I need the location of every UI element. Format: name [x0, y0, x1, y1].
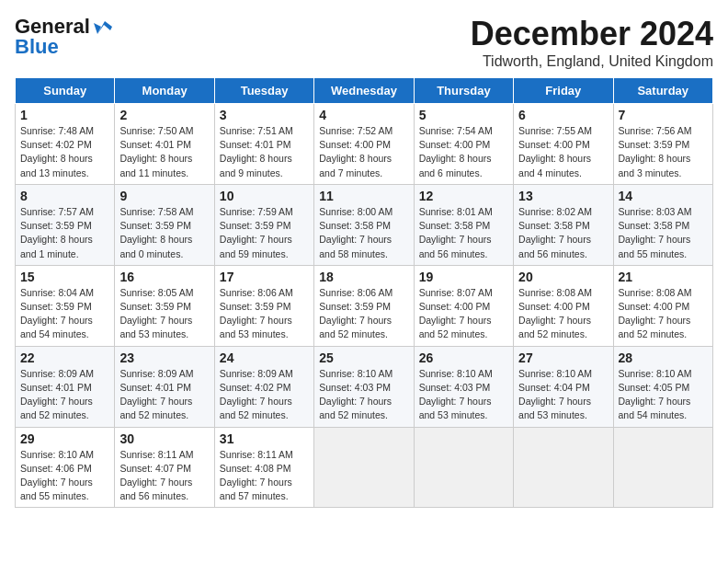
calendar-cell: 21Sunrise: 8:08 AMSunset: 4:00 PMDayligh… — [613, 265, 712, 346]
day-number: 29 — [20, 431, 109, 446]
day-info: Sunrise: 7:50 AMSunset: 4:01 PMDaylight:… — [119, 124, 209, 180]
day-number: 23 — [119, 350, 209, 365]
calendar-cell: 3Sunrise: 7:51 AMSunset: 4:01 PMDaylight… — [214, 104, 313, 185]
header-saturday: Saturday — [613, 78, 712, 104]
title-block: December 2024 Tidworth, England, United … — [471, 15, 713, 70]
day-number: 3 — [220, 108, 309, 122]
calendar-cell: 1Sunrise: 7:48 AMSunset: 4:02 PMDaylight… — [16, 104, 115, 185]
day-number: 4 — [319, 108, 408, 122]
day-number: 1 — [20, 108, 109, 122]
calendar-cell: 8Sunrise: 7:57 AMSunset: 3:59 PMDaylight… — [16, 184, 115, 265]
calendar-cell: 30Sunrise: 8:11 AMSunset: 4:07 PMDayligh… — [115, 427, 214, 508]
calendar-cell: 14Sunrise: 8:03 AMSunset: 3:58 PMDayligh… — [613, 184, 712, 265]
calendar-cell: 23Sunrise: 8:09 AMSunset: 4:01 PMDayligh… — [115, 346, 214, 427]
page-title: December 2024 — [471, 15, 713, 53]
calendar-cell: 25Sunrise: 8:10 AMSunset: 4:03 PMDayligh… — [314, 346, 414, 427]
calendar-week-3: 15Sunrise: 8:04 AMSunset: 3:59 PMDayligh… — [16, 265, 713, 346]
logo-bird-icon — [92, 17, 116, 36]
calendar-cell — [314, 427, 414, 508]
header-tuesday: Tuesday — [214, 78, 313, 104]
calendar-cell: 22Sunrise: 8:09 AMSunset: 4:01 PMDayligh… — [16, 346, 115, 427]
header-thursday: Thursday — [414, 78, 513, 104]
header-friday: Friday — [514, 78, 613, 104]
day-number: 27 — [518, 350, 608, 365]
day-number: 6 — [518, 108, 608, 122]
day-number: 31 — [220, 431, 309, 446]
day-number: 12 — [419, 189, 508, 203]
day-number: 21 — [619, 270, 708, 284]
day-info: Sunrise: 7:57 AMSunset: 3:59 PMDaylight:… — [20, 205, 109, 261]
day-number: 24 — [220, 350, 309, 365]
calendar-cell: 16Sunrise: 8:05 AMSunset: 3:59 PMDayligh… — [115, 265, 214, 346]
day-number: 20 — [518, 270, 608, 284]
page-header: General Blue December 2024 Tidworth, Eng… — [15, 15, 713, 70]
calendar-header-row: SundayMondayTuesdayWednesdayThursdayFrid… — [16, 78, 713, 104]
day-info: Sunrise: 8:11 AMSunset: 4:08 PMDaylight:… — [220, 448, 309, 504]
day-info: Sunrise: 8:08 AMSunset: 4:00 PMDaylight:… — [619, 286, 708, 342]
day-info: Sunrise: 8:06 AMSunset: 3:59 PMDaylight:… — [220, 286, 309, 342]
day-number: 17 — [220, 270, 309, 284]
day-info: Sunrise: 8:04 AMSunset: 3:59 PMDaylight:… — [20, 286, 109, 342]
day-number: 14 — [619, 189, 708, 203]
day-info: Sunrise: 8:10 AMSunset: 4:06 PMDaylight:… — [20, 448, 109, 504]
day-number: 22 — [20, 350, 109, 365]
calendar-cell: 29Sunrise: 8:10 AMSunset: 4:06 PMDayligh… — [16, 427, 115, 508]
calendar-cell: 24Sunrise: 8:09 AMSunset: 4:02 PMDayligh… — [214, 346, 313, 427]
day-info: Sunrise: 7:59 AMSunset: 3:59 PMDaylight:… — [220, 205, 309, 261]
calendar-week-4: 22Sunrise: 8:09 AMSunset: 4:01 PMDayligh… — [16, 346, 713, 427]
day-info: Sunrise: 8:00 AMSunset: 3:58 PMDaylight:… — [319, 205, 408, 261]
calendar-cell: 13Sunrise: 8:02 AMSunset: 3:58 PMDayligh… — [514, 184, 613, 265]
calendar-cell — [414, 427, 513, 508]
page-subtitle: Tidworth, England, United Kingdom — [471, 53, 713, 70]
day-number: 16 — [119, 270, 209, 284]
day-info: Sunrise: 8:09 AMSunset: 4:01 PMDaylight:… — [20, 367, 109, 423]
day-info: Sunrise: 8:09 AMSunset: 4:02 PMDaylight:… — [220, 367, 309, 423]
day-info: Sunrise: 7:52 AMSunset: 4:00 PMDaylight:… — [319, 124, 408, 180]
calendar-week-2: 8Sunrise: 7:57 AMSunset: 3:59 PMDaylight… — [16, 184, 713, 265]
day-info: Sunrise: 8:06 AMSunset: 3:59 PMDaylight:… — [319, 286, 408, 342]
day-number: 15 — [20, 270, 109, 284]
day-info: Sunrise: 8:10 AMSunset: 4:04 PMDaylight:… — [518, 367, 608, 423]
calendar-cell: 9Sunrise: 7:58 AMSunset: 3:59 PMDaylight… — [115, 184, 214, 265]
calendar-cell: 6Sunrise: 7:55 AMSunset: 4:00 PMDaylight… — [514, 104, 613, 185]
day-info: Sunrise: 7:55 AMSunset: 4:00 PMDaylight:… — [518, 124, 608, 180]
day-info: Sunrise: 7:51 AMSunset: 4:01 PMDaylight:… — [220, 124, 309, 180]
day-number: 9 — [119, 189, 209, 203]
calendar-cell: 4Sunrise: 7:52 AMSunset: 4:00 PMDaylight… — [314, 104, 414, 185]
day-number: 5 — [419, 108, 508, 122]
calendar-cell: 7Sunrise: 7:56 AMSunset: 3:59 PMDaylight… — [613, 104, 712, 185]
day-number: 10 — [220, 189, 309, 203]
calendar-table: SundayMondayTuesdayWednesdayThursdayFrid… — [15, 77, 713, 508]
calendar-cell: 10Sunrise: 7:59 AMSunset: 3:59 PMDayligh… — [214, 184, 313, 265]
day-number: 28 — [619, 350, 708, 365]
calendar-cell: 12Sunrise: 8:01 AMSunset: 3:58 PMDayligh… — [414, 184, 513, 265]
header-sunday: Sunday — [16, 78, 115, 104]
day-number: 7 — [619, 108, 708, 122]
calendar-cell: 19Sunrise: 8:07 AMSunset: 4:00 PMDayligh… — [414, 265, 513, 346]
calendar-cell: 17Sunrise: 8:06 AMSunset: 3:59 PMDayligh… — [214, 265, 313, 346]
day-info: Sunrise: 8:01 AMSunset: 3:58 PMDaylight:… — [419, 205, 508, 261]
calendar-cell: 15Sunrise: 8:04 AMSunset: 3:59 PMDayligh… — [16, 265, 115, 346]
calendar-cell: 5Sunrise: 7:54 AMSunset: 4:00 PMDaylight… — [414, 104, 513, 185]
day-info: Sunrise: 8:07 AMSunset: 4:00 PMDaylight:… — [419, 286, 508, 342]
day-info: Sunrise: 8:05 AMSunset: 3:59 PMDaylight:… — [119, 286, 209, 342]
day-number: 25 — [319, 350, 408, 365]
day-info: Sunrise: 7:54 AMSunset: 4:00 PMDaylight:… — [419, 124, 508, 180]
day-number: 13 — [518, 189, 608, 203]
day-number: 26 — [419, 350, 508, 365]
calendar-week-5: 29Sunrise: 8:10 AMSunset: 4:06 PMDayligh… — [16, 427, 713, 508]
day-info: Sunrise: 8:02 AMSunset: 3:58 PMDaylight:… — [518, 205, 608, 261]
calendar-week-1: 1Sunrise: 7:48 AMSunset: 4:02 PMDaylight… — [16, 104, 713, 185]
day-info: Sunrise: 8:10 AMSunset: 4:05 PMDaylight:… — [619, 367, 708, 423]
day-info: Sunrise: 7:48 AMSunset: 4:02 PMDaylight:… — [20, 124, 109, 180]
calendar-cell: 20Sunrise: 8:08 AMSunset: 4:00 PMDayligh… — [514, 265, 613, 346]
day-info: Sunrise: 8:09 AMSunset: 4:01 PMDaylight:… — [119, 367, 209, 423]
calendar-cell: 18Sunrise: 8:06 AMSunset: 3:59 PMDayligh… — [314, 265, 414, 346]
calendar-cell — [613, 427, 712, 508]
header-monday: Monday — [115, 78, 214, 104]
day-number: 30 — [119, 431, 209, 446]
day-number: 2 — [119, 108, 209, 122]
day-info: Sunrise: 8:08 AMSunset: 4:00 PMDaylight:… — [518, 286, 608, 342]
day-number: 19 — [419, 270, 508, 284]
day-info: Sunrise: 8:03 AMSunset: 3:58 PMDaylight:… — [619, 205, 708, 261]
